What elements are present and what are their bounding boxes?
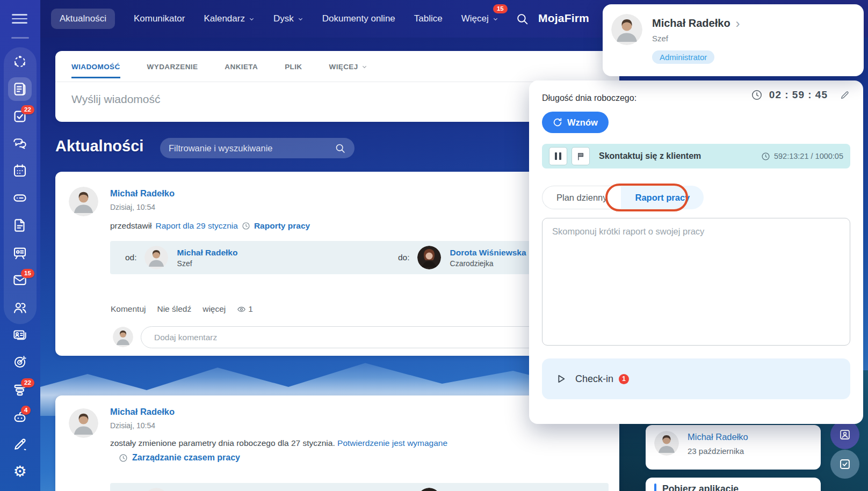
employees-card-icon[interactable]: [12, 327, 28, 343]
post-action-line: przedstawił Raport dla 29 stycznia Rapor…: [110, 221, 310, 231]
contact-card-fab[interactable]: [830, 420, 859, 449]
view-count-value: 1: [248, 304, 253, 314]
settings-gear-icon[interactable]: ⚙: [12, 464, 28, 480]
more-action[interactable]: więcej: [202, 304, 226, 314]
nav-item-dysk[interactable]: Dysk: [273, 13, 303, 24]
avatar[interactable]: [144, 488, 168, 491]
sites-pencil-icon[interactable]: [12, 436, 28, 452]
report-to: do:: [398, 488, 441, 491]
chevron-down-icon: [298, 16, 303, 22]
from-role: Szef: [177, 259, 238, 268]
calendar-icon[interactable]: [12, 163, 28, 179]
tab-plik[interactable]: PLIK: [285, 63, 302, 78]
nav-item-aktualnosci[interactable]: Aktualności: [51, 9, 115, 29]
confirmation-link[interactable]: Potwierdzenie jest wymagane: [337, 438, 447, 448]
administrator-badge: Administrator: [652, 50, 714, 64]
clock-icon: [761, 152, 770, 161]
comment-action[interactable]: Komentuj: [111, 304, 146, 314]
resume-button[interactable]: Wznów: [542, 112, 609, 133]
top-navigation: Aktualności Komunikator Kalendarz Dysk D…: [51, 0, 498, 38]
checkin-button[interactable]: Check-in 1: [542, 358, 850, 399]
download-app-label: Pobierz aplikację: [662, 483, 739, 491]
documents-icon[interactable]: [12, 217, 28, 233]
category-link[interactable]: Raporty pracy: [254, 221, 310, 231]
popup-user-role: Szef: [652, 34, 668, 43]
unfollow-action[interactable]: Nie śledź: [157, 304, 191, 314]
check-square-fab[interactable]: [830, 450, 859, 479]
tab-wiadomosc[interactable]: WIADOMOŚĆ: [71, 63, 120, 78]
feed-search-placeholder: Filtrowanie i wyszukiwanie: [169, 143, 272, 153]
crm-target-icon[interactable]: [12, 354, 28, 370]
finish-flag-button[interactable]: [572, 147, 590, 165]
post-timestamp: Dzisiaj, 10:54: [110, 203, 155, 211]
tab-ankieta[interactable]: ANKIETA: [225, 63, 258, 78]
workday-popup-card: Długość dnia roboczego: 02 : 59 : 45 Wzn…: [529, 80, 863, 424]
nav-item-tablice[interactable]: Tablice: [414, 13, 443, 24]
widget-profile-date: 23 października: [688, 446, 744, 456]
whiteboard-icon[interactable]: [12, 245, 28, 261]
feed-search-input[interactable]: Filtrowanie i wyszukiwanie: [160, 138, 355, 158]
avatar[interactable]: [417, 488, 441, 491]
brand-logo[interactable]: MojaFirm: [538, 12, 589, 25]
report-from: od: Michał Radełko Szef: [125, 246, 237, 269]
report-textarea[interactable]: Skomponuj krótki raport o swojej pracy: [542, 218, 850, 346]
report-link[interactable]: Raport dla 29 stycznia: [156, 221, 238, 231]
to-name[interactable]: Dorota Wiśniewska: [450, 248, 526, 258]
chevron-down-icon: [361, 64, 367, 70]
to-role: Czarodziejka: [450, 259, 526, 268]
avatar[interactable]: [69, 408, 98, 438]
hamburger-menu-icon[interactable]: [12, 14, 27, 24]
avatar[interactable]: [144, 246, 168, 269]
from-name[interactable]: Michał Radełko: [177, 248, 238, 258]
tab-plan-dzienny[interactable]: Plan dzienny: [542, 186, 621, 209]
user-popup-card: Michał Radełko› Szef Administrator: [603, 4, 864, 76]
play-icon: [555, 373, 567, 385]
refresh-icon: [553, 118, 562, 127]
avatar: [113, 327, 133, 347]
workday-timer-group: 02 : 59 : 45: [751, 89, 850, 101]
active-task-time: 592:13:21 / 1000:05: [761, 152, 843, 161]
avatar: [654, 431, 679, 456]
download-app-widget[interactable]: Pobierz aplikację: [646, 478, 821, 491]
widget-profile-name[interactable]: Michał Radełko: [688, 432, 748, 442]
pause-button[interactable]: [549, 147, 567, 165]
avatar[interactable]: [611, 14, 642, 45]
popup-tabs: Plan dzienny Raport pracy: [542, 186, 704, 209]
profile-widget[interactable]: Michał Radełko 23 października: [646, 425, 821, 470]
drive-icon[interactable]: [12, 190, 28, 206]
message-input[interactable]: Wyślij wiadomość: [71, 93, 161, 106]
post-category-line: Zarządzanie czasem pracy: [119, 453, 240, 463]
ai-badge: 4: [21, 406, 31, 415]
compose-tabs: WIADOMOŚĆ WYDARZENIE ANKIETA PLIK WIĘCEJ: [71, 63, 367, 78]
people-icon[interactable]: [12, 299, 28, 316]
tab-wiecej-compose[interactable]: WIĘCEJ: [329, 63, 367, 78]
news-feed-icon[interactable]: [12, 81, 28, 97]
nav-item-komunikator[interactable]: Komunikator: [134, 13, 185, 24]
avatar[interactable]: [69, 187, 98, 216]
post-text: zostały zmienione parametry dnia robocze…: [110, 438, 447, 448]
chevron-right-icon: ›: [736, 18, 740, 29]
clock-icon: [119, 453, 128, 463]
nav-item-wiecej[interactable]: Więcej 15: [461, 13, 498, 24]
mail-badge: 15: [21, 269, 34, 278]
clock-icon: [751, 89, 763, 101]
time-management-link[interactable]: Zarządzanie czasem pracy: [132, 453, 240, 463]
nav-item-dokumenty[interactable]: Dokumenty online: [322, 13, 395, 24]
network-orbit-icon[interactable]: [12, 54, 28, 70]
search-icon[interactable]: [516, 12, 529, 26]
page-title: Aktualności: [55, 137, 143, 155]
clock-icon: [242, 222, 250, 230]
popup-user-name[interactable]: Michał Radełko›: [652, 17, 740, 30]
edit-pencil-icon[interactable]: [840, 90, 850, 100]
tab-raport-pracy[interactable]: Raport pracy: [621, 186, 704, 209]
checkered-flag-icon: [576, 152, 585, 161]
nav-item-kalendarz[interactable]: Kalendarz: [204, 13, 255, 24]
avatar[interactable]: [417, 246, 441, 269]
post-author[interactable]: Michał Radełko: [110, 188, 175, 199]
tab-wydarzenie[interactable]: WYDARZENIE: [147, 63, 198, 78]
post-author[interactable]: Michał Radełko: [110, 407, 175, 417]
active-task-name[interactable]: Skontaktuj się z klientem: [599, 151, 701, 161]
pause-icon: [555, 152, 561, 160]
chevron-down-icon: [493, 16, 498, 22]
messenger-icon[interactable]: [12, 136, 28, 152]
